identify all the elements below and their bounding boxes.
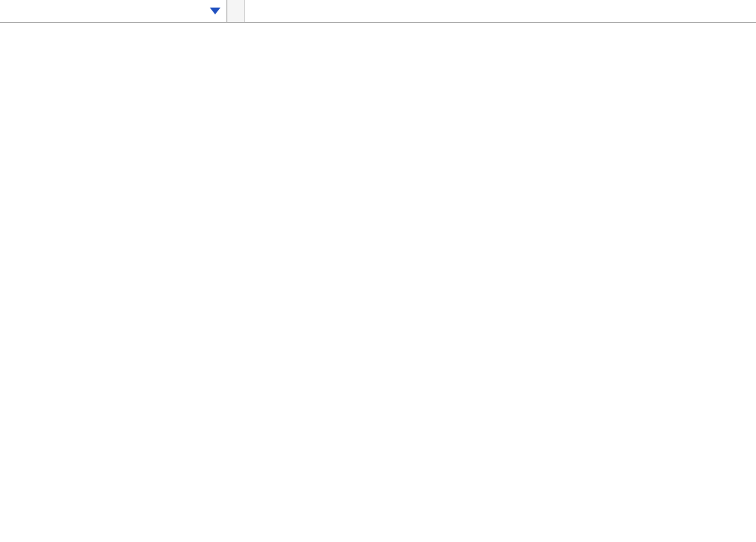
name-box-dropdown-icon[interactable] bbox=[210, 8, 220, 14]
formula-bar bbox=[0, 0, 756, 23]
formula-area bbox=[227, 0, 756, 22]
formula-input[interactable] bbox=[244, 0, 756, 22]
name-box[interactable] bbox=[0, 0, 227, 22]
